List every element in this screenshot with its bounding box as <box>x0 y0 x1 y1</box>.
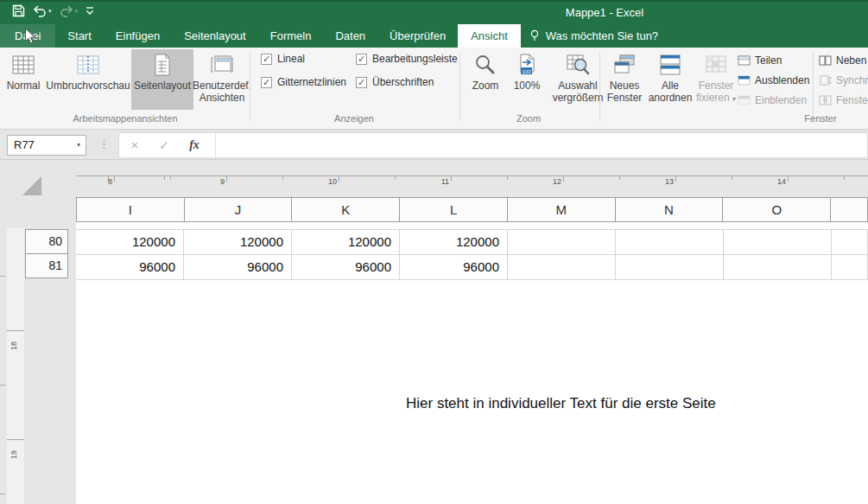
column-header-partial[interactable] <box>831 198 867 221</box>
enter-button[interactable]: ✓ <box>151 133 177 157</box>
view-side-by-side-button[interactable]: Neben <box>819 53 868 67</box>
vertical-ruler-tick <box>7 439 24 440</box>
checkbox-bearbeitungsleiste[interactable]: ✓ Bearbeitungsleiste <box>356 53 458 65</box>
redo-dropdown-icon[interactable]: ▾ <box>75 8 79 15</box>
custom-views-button[interactable]: Benutzerdef. Ansichten <box>195 49 249 110</box>
quick-access-toolbar: ▾ ▾ <box>12 4 94 17</box>
formula-bar-grip[interactable]: ⋮ <box>98 133 110 156</box>
freeze-panes-button[interactable]: Fenster fixieren ▾ <box>694 49 738 110</box>
name-box[interactable]: R77 ▾ <box>7 135 86 156</box>
pagelayout-view-label: Seitenlayout <box>134 80 191 93</box>
vertical-ruler-tick <box>7 330 24 331</box>
ruler-number: 12 <box>544 177 561 186</box>
checkbox-ueberschriften[interactable]: ✓ Überschriften <box>356 76 458 88</box>
cell-I80[interactable]: 120000 <box>76 230 184 255</box>
cell-O80[interactable] <box>724 230 832 255</box>
zoom-button[interactable]: Zoom <box>465 49 506 110</box>
vertical-ruler-minor-tick <box>0 385 5 386</box>
tab-ueberpruefen[interactable]: Überprüfen <box>377 24 458 48</box>
cell-M80[interactable] <box>508 230 616 255</box>
undo-button[interactable]: ▾ <box>33 5 52 17</box>
pagelayout-view-button[interactable]: Seitenlayout <box>131 49 193 110</box>
vertical-ruler <box>7 228 24 504</box>
row-header-81[interactable]: 81 <box>25 253 68 278</box>
insert-function-button[interactable]: fx <box>181 133 207 157</box>
cell-P80-partial[interactable] <box>832 230 868 255</box>
cell-P81-partial[interactable] <box>832 255 868 280</box>
window-small-col1: Teilen Ausblenden Einblenden <box>738 53 810 107</box>
reset-window-position-label: Fenste <box>836 94 868 106</box>
checkbox-lineal[interactable]: ✓ Lineal <box>261 53 346 65</box>
tab-ansicht-active[interactable]: Ansicht <box>458 24 521 48</box>
select-all-corner[interactable] <box>22 176 41 195</box>
group-label-show: Anzeigen <box>294 113 415 124</box>
formula-input[interactable] <box>219 133 858 157</box>
save-icon[interactable] <box>12 4 25 17</box>
unhide-icon <box>738 95 751 105</box>
column-header-J[interactable]: J <box>185 198 293 221</box>
normal-view-button[interactable]: Normal <box>2 49 45 110</box>
checkbox-gitternetzlinien[interactable]: ✓ Gitternetzlinien <box>261 76 346 88</box>
column-headers: I J K L M N O <box>76 197 868 222</box>
undo-dropdown-icon[interactable]: ▾ <box>48 8 52 15</box>
zoom-100-icon: 100 <box>516 49 538 80</box>
column-header-N[interactable]: N <box>616 198 724 221</box>
freeze-panes-icon <box>705 49 727 80</box>
checkbox-checked-icon: ✓ <box>261 54 272 65</box>
ruler-number: 9 <box>207 177 225 186</box>
checkbox-ueberschriften-label: Überschriften <box>372 76 434 88</box>
zoom-100-button[interactable]: 100 100% <box>508 49 546 110</box>
freeze-dropdown-icon[interactable]: ▾ <box>732 95 736 103</box>
split-button[interactable]: Teilen <box>738 53 810 67</box>
cancel-button[interactable]: × <box>122 133 148 157</box>
cell-K81[interactable]: 96000 <box>292 255 400 280</box>
window-small-col2: Neben Synchr Fenste <box>819 53 868 107</box>
column-header-I[interactable]: I <box>77 198 185 221</box>
tab-daten[interactable]: Daten <box>323 24 377 48</box>
new-window-icon <box>612 49 637 80</box>
hide-button[interactable]: Ausblenden <box>738 73 810 87</box>
cell-O81[interactable] <box>724 255 832 280</box>
unhide-button[interactable]: Einblenden <box>738 93 810 107</box>
tell-me-box[interactable]: Was möchten Sie tun? <box>521 24 667 48</box>
new-window-button[interactable]: Neues Fenster <box>603 49 646 110</box>
custom-views-label: Benutzerdef. Ansichten <box>193 80 251 105</box>
arrange-all-label: Alle anordnen <box>648 80 693 105</box>
freeze-panes-label: Fenster fixieren ▾ <box>694 80 738 105</box>
column-header-O[interactable]: O <box>723 198 831 221</box>
ruler-number: 8 <box>95 177 112 186</box>
redo-button[interactable]: ▾ <box>60 5 79 17</box>
tab-formeln[interactable]: Formeln <box>258 24 324 48</box>
cell-L80[interactable]: 120000 <box>400 230 508 255</box>
cell-N81[interactable] <box>616 255 724 280</box>
ruler-number: 19 <box>10 442 22 459</box>
column-header-L[interactable]: L <box>400 198 508 221</box>
cell-J81[interactable]: 96000 <box>184 255 292 280</box>
normal-view-label: Normal <box>7 80 41 93</box>
side-by-side-icon <box>819 55 832 66</box>
tab-einfuegen[interactable]: Einfügen <box>104 24 172 48</box>
arrange-all-button[interactable]: Alle anordnen <box>648 49 693 110</box>
group-label-zoom: Zoom <box>485 113 572 124</box>
reset-window-position-button[interactable]: Fenste <box>819 93 868 107</box>
synchronous-scrolling-button[interactable]: Synchr <box>819 73 868 87</box>
ruler-number: 14 <box>769 177 786 186</box>
column-header-M[interactable]: M <box>508 198 616 221</box>
cell-L81[interactable]: 96000 <box>400 255 508 280</box>
cell-K80[interactable]: 120000 <box>292 230 400 255</box>
show-group-col2: ✓ Bearbeitungsleiste ✓ Überschriften <box>356 53 458 88</box>
excel-window: ▾ ▾ Mappe1 - Excel Datei Start Einfügen … <box>0 0 868 504</box>
cell-J80[interactable]: 120000 <box>184 230 292 255</box>
tab-seitenlayout[interactable]: Seitenlayout <box>172 24 258 48</box>
name-box-dropdown-icon[interactable]: ▾ <box>77 136 80 155</box>
tab-start[interactable]: Start <box>55 24 103 48</box>
pagebreak-preview-button[interactable]: Umbruchvorschau <box>45 49 131 110</box>
cell-N80[interactable] <box>616 230 724 255</box>
column-header-K[interactable]: K <box>292 198 400 221</box>
cell-M81[interactable] <box>508 255 616 280</box>
side-by-side-label: Neben <box>836 54 866 67</box>
ruler-number: 18 <box>10 333 22 350</box>
cell-I81[interactable]: 96000 <box>76 255 184 280</box>
row-header-80[interactable]: 80 <box>25 229 68 254</box>
customize-qat-icon[interactable] <box>86 6 94 16</box>
